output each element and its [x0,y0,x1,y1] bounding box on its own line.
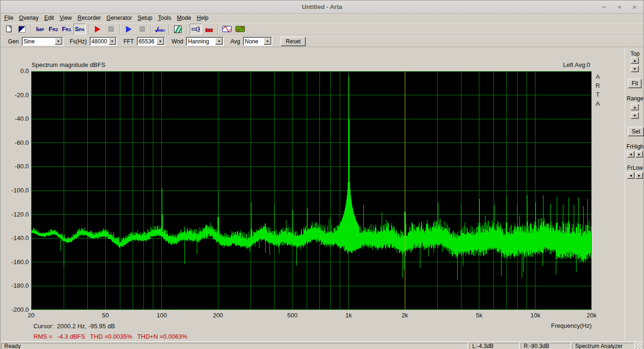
menu-tools[interactable]: Tools [155,14,174,22]
x-tick-label: 2k [401,312,408,319]
toolbar-separator [186,25,187,34]
sine-generator-button[interactable] [221,24,233,34]
toolbar-separator [31,25,32,34]
mode-label: FR2 [49,26,58,32]
top-up-button[interactable]: ▲ [631,57,639,64]
top-label: Top [625,50,644,57]
menu-setup[interactable]: Setup [135,14,155,22]
fs-combo-value: 48000 [90,38,108,45]
wnd-combo-value: Hanning [186,38,215,45]
new-document-icon [5,25,13,33]
wnd-combo-label: Wnd [172,38,184,45]
x-tick-label: 1k [345,312,352,319]
titlebar: Untitled - Arta −+× [0,0,644,14]
menu-view[interactable]: View [57,14,75,22]
spectrum-view-button[interactable] [203,24,215,34]
red-play-icon [95,26,100,33]
gen-combo-label: Gen [8,38,19,45]
y-tick-label: -180.0 [2,282,29,289]
flashlight-icon [192,26,200,33]
menu-recorder[interactable]: Recorder [75,14,103,22]
close-button[interactable]: × [630,3,639,11]
probe-button[interactable] [190,24,202,34]
frhigh-left-button[interactable]: ◄ [627,151,635,158]
chevron-down-icon[interactable]: ▼ [109,38,116,45]
mode-label: FR1 [62,26,71,32]
new-file-button[interactable] [3,24,15,34]
calibrate-button[interactable]: ABC [154,24,166,34]
plot-channel-info: Left Avg:0 [563,61,590,68]
x-tick-label: 20 [28,312,34,319]
scaling-button[interactable] [172,24,184,34]
x-tick-label: 500 [287,312,298,319]
fit-button[interactable]: Fit [628,79,642,88]
gen-combo-value: Sine [22,38,54,45]
y-tick-label: -160.0 [2,258,29,266]
scale-button[interactable] [16,24,28,34]
chevron-down-icon[interactable]: ▼ [55,38,62,45]
menu-generator[interactable]: Generator [104,14,135,22]
avg-combo[interactable]: None▼ [243,37,272,46]
plot-title: Spectrum magnitude dBFS [32,61,105,68]
spa-mode-button[interactable]: SPA [74,24,86,34]
y-tick-label: -100.0 [2,187,29,194]
toolbar-separator [217,25,218,34]
avg-combo-value: None [243,38,263,45]
y-tick-label: -120.0 [2,211,29,218]
set-button[interactable]: Set [628,127,644,136]
range-down-button[interactable]: ▼ [631,112,639,119]
maximize-button[interactable]: + [615,3,624,11]
rms-thd-readout: RMS = -4.3 dBFS THD =0.0035% THD+N =0.00… [33,333,187,340]
record-run-button[interactable] [92,24,104,34]
statusbar: Ready L:-4.3dBR:-90.3dBSpectrum Analyzer [0,341,644,349]
chevron-down-icon[interactable]: ▼ [157,38,164,45]
level-meter-button[interactable] [234,24,246,34]
toolbar-separator [168,25,169,34]
mode-label: IMP [36,26,44,32]
green-stripes-icon [174,25,182,33]
window-controls: −+× [600,0,639,14]
fr2-mode-button[interactable]: FR2 [47,24,59,34]
x-tick-label: 20k [587,312,597,319]
x-tick-label: 100 [157,312,167,319]
fft-combo-label: FFT [124,38,134,45]
top-down-button[interactable]: ▼ [631,66,639,72]
minimize-button[interactable]: − [600,3,609,11]
imp-mode-button[interactable]: IMP [34,24,46,34]
chevron-down-icon[interactable]: ▼ [215,38,223,45]
menu-overlay[interactable]: Overlay [16,14,41,22]
blue-triangle-icon [18,25,26,33]
menu-mode[interactable]: Mode [174,14,194,22]
fs-combo[interactable]: 48000▼ [90,37,117,46]
menu-file[interactable]: File [1,14,16,22]
y-tick-label: -20.0 [2,91,29,99]
fft-combo[interactable]: 65536▼ [137,37,165,46]
generator-bar: GenSine▼Fs(Hz)48000▼FFT65536▼WndHanning▼… [0,35,644,47]
status-cell-1: R:-90.3dB [521,343,571,349]
abc-check-icon: ABC [155,26,165,33]
x-tick-label: 5k [476,312,483,319]
fft-combo-value: 65536 [137,38,156,45]
reset-button[interactable]: Reset [281,37,306,46]
client-area: Spectrum magnitude dBFS Left Avg:0 0.0-2… [0,47,644,341]
generator-run-button[interactable] [123,24,135,34]
spectrum-canvas[interactable] [31,71,592,310]
chevron-down-icon[interactable]: ▼ [264,38,271,45]
y-tick-label: -200.0 [2,306,29,313]
frlow-left-button[interactable]: ◄ [627,172,635,179]
menu-help[interactable]: Help [194,14,211,22]
menu-edit[interactable]: Edit [42,14,57,22]
toolbar-separator [88,25,89,34]
range-up-button[interactable]: ▲ [631,104,639,110]
status-cell-0: L:-4.3dB [469,343,519,349]
wnd-combo[interactable]: Hanning▼ [186,37,224,46]
resize-grip[interactable] [636,343,643,349]
fr1-mode-button[interactable]: FR1 [60,24,73,34]
status-message: Ready [1,343,468,349]
arta-watermark: ARTA [594,72,601,108]
toolbar-separator [119,25,120,34]
frhigh-right-button[interactable]: ► [636,151,643,158]
gen-combo[interactable]: Sine▼ [22,37,63,46]
frlow-right-button[interactable]: ► [636,172,643,179]
cursor-readout: Cursor: 2000.2 Hz, -95.95 dB [33,323,115,330]
